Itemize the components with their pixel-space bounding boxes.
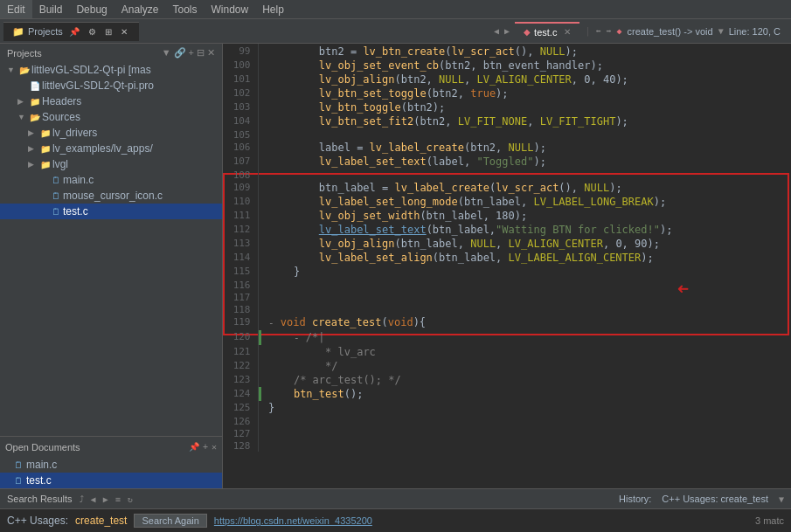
- search-transfer-icon[interactable]: ⤴: [80, 494, 84, 504]
- tab-file[interactable]: ◆ test.c ✕: [515, 22, 579, 41]
- nav-back-icon[interactable]: ◀: [494, 26, 499, 36]
- code-line-120: 120 - /*|: [223, 330, 791, 345]
- code-area: ➜ 99 btn2 = lv_btn_create(lv_scr_act(), …: [223, 44, 791, 488]
- tree-item-project[interactable]: ▼ 📂 littlevGL-SDL2-Qt-pi [mas: [0, 62, 222, 78]
- code-line-117: 117: [223, 291, 791, 303]
- mouse-cursor-label: mouse_cursor_icon.c: [63, 190, 163, 202]
- search-again-button[interactable]: Search Again: [134, 514, 206, 528]
- doc-test-c-icon: 🗒: [14, 476, 23, 486]
- close-icon[interactable]: ✕: [118, 27, 130, 37]
- menu-window[interactable]: Window: [204, 0, 255, 18]
- projects-header: Projects ▼ 🔗 + ⊟ ✕: [0, 44, 222, 62]
- split-h-icon[interactable]: ⊟: [197, 47, 205, 59]
- headers-arrow: ▶: [17, 97, 28, 106]
- breadcrumb: create_test() -> void: [628, 26, 713, 37]
- code-scroll[interactable]: ➜ 99 btn2 = lv_btn_create(lv_scr_act(), …: [223, 44, 791, 488]
- test-c-icon: 🗒: [49, 205, 63, 218]
- menu-help[interactable]: Help: [255, 0, 291, 18]
- search-next-icon[interactable]: ▶: [103, 494, 108, 504]
- code-line-122: 122 */: [223, 359, 791, 373]
- menu-edit[interactable]: Edit: [0, 0, 32, 18]
- filter-icon[interactable]: ▼: [162, 47, 171, 59]
- tree-item-pro[interactable]: 📄 littlevGL-SDL2-Qt-pi.pro: [0, 78, 222, 93]
- code-line-100: 100 lv_obj_set_event_cb(btn2, btn_event_…: [223, 59, 791, 73]
- code-line-114: 114 lv_label_set_align(btn_label, LV_LAB…: [223, 251, 791, 265]
- code-line-113: 113 lv_obj_align(btn_label, NULL, LV_ALI…: [223, 237, 791, 251]
- code-line-102: 102 lv_btn_set_toggle(btn2, true);: [223, 86, 791, 100]
- tree-item-test-c[interactable]: 🗒 test.c: [0, 204, 222, 219]
- tree-item-lvgl[interactable]: ▶ 📁 lvgl: [0, 156, 222, 172]
- code-table: 99 btn2 = lv_btn_create(lv_scr_act(), NU…: [223, 44, 791, 452]
- line-info: Line: 120, C: [729, 26, 781, 37]
- close-sidebar-icon[interactable]: ✕: [207, 47, 215, 59]
- code-line-112: 112 lv_label_set_text(btn_label,"Watting…: [223, 223, 791, 237]
- headers-label: Headers: [42, 95, 81, 107]
- search-row: C++ Usages: create_test Search Again htt…: [0, 509, 791, 532]
- tab-projects[interactable]: 📁 Projects 📌 ⚙ ⊞ ✕: [3, 22, 139, 41]
- open-docs-label: Open Documents: [5, 442, 80, 453]
- search-prev-icon[interactable]: ◀: [91, 494, 96, 504]
- menu-debug[interactable]: Debug: [69, 0, 114, 18]
- tree-item-sources[interactable]: ▼ 📂 Sources: [0, 109, 222, 125]
- cpp-usages-history: C++ Usages: create_test: [662, 494, 768, 504]
- code-line-121: 121 * lv_arc: [223, 345, 791, 359]
- history-dropdown[interactable]: ▼: [779, 494, 784, 504]
- add2-icon[interactable]: +: [203, 442, 208, 452]
- mouse-cursor-icon: 🗒: [49, 190, 63, 202]
- cpp-usages-value: create_test: [75, 515, 127, 527]
- pin2-icon[interactable]: 📌: [189, 442, 199, 452]
- test-c-label: test.c: [63, 205, 88, 218]
- code-line-104: 104 lv_btn_set_fit2(btn2, LV_FIT_NONE, L…: [223, 114, 791, 128]
- cpp-usages-label: C++ Usages:: [7, 515, 68, 527]
- menu-build[interactable]: Build: [32, 0, 70, 18]
- close2-icon[interactable]: ✕: [212, 442, 217, 452]
- menu-bar: Edit Build Debug Analyze Tools Window He…: [0, 0, 791, 19]
- code-line-107: 107 lv_label_set_text(label, "Toggled");: [223, 155, 791, 169]
- open-doc-main-c[interactable]: 🗒 main.c: [0, 457, 222, 473]
- lvgl-label: lvgl: [52, 158, 68, 170]
- nav-forward-icon[interactable]: ▶: [504, 26, 510, 36]
- lv-examples-label: lv_examples/lv_apps/: [52, 142, 153, 155]
- project-tree: ▼ 📂 littlevGL-SDL2-Qt-pi [mas 📄 littlevG…: [0, 62, 222, 436]
- add-icon[interactable]: +: [189, 47, 194, 59]
- history-label: History:: [619, 494, 651, 504]
- code-line-127: 127: [223, 427, 791, 439]
- code-line-111: 111 lv_obj_set_width(btn_label, 180);: [223, 209, 791, 223]
- menu-analyze[interactable]: Analyze: [114, 0, 166, 18]
- split-icon[interactable]: ⊞: [102, 27, 114, 37]
- nav-arrow2-icon[interactable]: ➡: [606, 26, 611, 36]
- tree-item-mouse-cursor[interactable]: 🗒 mouse_cursor_icon.c: [0, 188, 222, 204]
- code-line-110: 110 lv_label_set_long_mode(btn_label, LV…: [223, 195, 791, 209]
- sidebar-header-icons: ▼ 🔗 + ⊟ ✕: [162, 47, 215, 59]
- menu-tools[interactable]: Tools: [165, 0, 204, 18]
- lv-drivers-label: lv_drivers: [52, 127, 97, 139]
- code-line-101: 101 lv_obj_align(btn2, NULL, LV_ALIGN_CE…: [223, 73, 791, 86]
- project-folder-icon: 📂: [17, 64, 31, 76]
- tree-item-lv-examples[interactable]: ▶ 📁 lv_examples/lv_apps/: [0, 141, 222, 156]
- code-line-115: 115 }: [223, 265, 791, 279]
- code-line-109: 109 btn_label = lv_label_create(lv_scr_a…: [223, 181, 791, 195]
- settings-icon[interactable]: ⚙: [86, 27, 99, 37]
- sources-label: Sources: [42, 111, 80, 123]
- project-name: littlevGL-SDL2-Qt-pi [mas: [31, 64, 151, 76]
- file-tab-close[interactable]: ✕: [564, 27, 571, 37]
- open-doc-test-c[interactable]: 🗒 test.c: [0, 473, 222, 488]
- search-link[interactable]: https://blog.csdn.net/weixin_4335200: [214, 515, 372, 526]
- sources-folder-icon: 📂: [28, 111, 42, 123]
- search-expand-icon[interactable]: ≡: [115, 494, 121, 504]
- sidebar: Projects ▼ 🔗 + ⊟ ✕ ▼ 📂 littlevGL-SDL2-Qt…: [0, 44, 223, 488]
- tree-item-main-c[interactable]: 🗒 main.c: [0, 172, 222, 188]
- tree-item-lv-drivers[interactable]: ▶ 📁 lv_drivers: [0, 125, 222, 141]
- nav-arrow-icon[interactable]: ⬅: [595, 26, 600, 36]
- code-line-116: 116: [223, 279, 791, 291]
- lv-examples-arrow: ▶: [28, 144, 38, 153]
- search-refresh-icon[interactable]: ↻: [128, 494, 133, 504]
- bottom-panel: Search Results ⤴ ◀ ▶ ≡ ↻ History: C++ Us…: [0, 488, 791, 532]
- code-line-125: 125 }: [223, 401, 791, 415]
- main-c-icon: 🗒: [49, 174, 63, 186]
- tree-item-headers[interactable]: ▶ 📁 Headers: [0, 93, 222, 109]
- pin-icon[interactable]: 📌: [66, 27, 82, 37]
- link-icon[interactable]: 🔗: [174, 47, 186, 59]
- lvgl-icon: 📁: [38, 158, 52, 170]
- lv-drivers-icon: 📁: [38, 127, 52, 139]
